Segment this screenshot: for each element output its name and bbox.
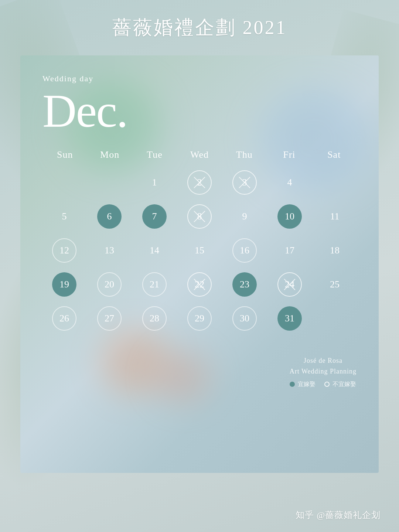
day-cell-15: 15 <box>178 236 221 265</box>
legend-bad-label: 不宜嫁娶 <box>332 381 356 388</box>
day-header-fri: Fri <box>267 149 311 160</box>
calendar-row-5: 26 27 28 29 30 31 <box>42 304 357 333</box>
page-title-area: 薔薇婚禮企劃 2021 <box>0 15 399 41</box>
day-cell-2: 2 <box>178 168 221 197</box>
legend: 宜嫁娶 不宜嫁娶 <box>290 381 357 388</box>
day-cell-empty <box>42 168 86 197</box>
footer-brand: José de Rosa Art Wedding Planning 宜嫁娶 不宜… <box>290 355 357 388</box>
day-cell-24: 24 <box>268 270 311 299</box>
calendar-row-1: 1 2 3 4 <box>42 168 357 197</box>
day-cell-10: 10 <box>268 202 311 231</box>
day-cell-18: 18 <box>313 236 357 265</box>
legend-good: 宜嫁娶 <box>290 381 316 388</box>
day-header-wed: Wed <box>177 149 222 160</box>
day-header-sun: Sun <box>42 149 87 160</box>
day-cell-25: 25 <box>313 270 357 299</box>
day-cell-3: 3 <box>223 168 266 197</box>
wedding-day-label: Wedding day <box>42 74 357 83</box>
day-cell-31: 31 <box>268 304 311 333</box>
day-cell-29: 29 <box>178 304 221 333</box>
calendar-row-3: 12 13 14 15 16 17 18 <box>42 236 357 265</box>
calendar-row-2: 5 6 7 8 9 10 11 <box>42 202 357 231</box>
calendar-grid: Sun Mon Tue Wed Thu Fri Sat 1 2 3 4 <box>42 149 357 333</box>
day-cell-empty <box>88 168 131 197</box>
brand-line1: José de Rosa Art Wedding Planning <box>290 355 357 377</box>
card-footer: José de Rosa Art Wedding Planning 宜嫁娶 不宜… <box>20 348 379 399</box>
calendar-rows: 1 2 3 4 5 6 7 8 9 10 11 12 <box>42 168 357 333</box>
page-title: 薔薇婚禮企劃 2021 <box>0 15 399 41</box>
day-cell-19: 19 <box>42 270 86 299</box>
card-content: Wedding day Dec. Sun Mon Tue Wed Thu Fri… <box>20 55 379 348</box>
day-headers: Sun Mon Tue Wed Thu Fri Sat <box>42 149 357 160</box>
day-cell-8: 8 <box>178 202 221 231</box>
month-title: Dec. <box>42 87 357 134</box>
day-cell-13: 13 <box>88 236 131 265</box>
legend-good-label: 宜嫁娶 <box>298 381 316 388</box>
day-header-mon: Mon <box>87 149 132 160</box>
day-cell-11: 11 <box>313 202 357 231</box>
legend-dot-bad <box>324 382 330 387</box>
day-cell-30: 30 <box>223 304 266 333</box>
legend-bad: 不宜嫁娶 <box>324 381 356 388</box>
day-header-thu: Thu <box>222 149 267 160</box>
day-cell-28: 28 <box>133 304 176 333</box>
legend-dot-good <box>290 382 295 387</box>
day-cell-14: 14 <box>133 236 176 265</box>
day-header-sat: Sat <box>312 149 357 160</box>
day-cell-26: 26 <box>42 304 86 333</box>
calendar-card: Wedding day Dec. Sun Mon Tue Wed Thu Fri… <box>20 55 379 473</box>
day-cell-16: 16 <box>223 236 266 265</box>
day-cell-27: 27 <box>88 304 131 333</box>
day-header-tue: Tue <box>132 149 177 160</box>
day-cell-22: 22 <box>178 270 221 299</box>
calendar-row-4: 19 20 21 22 23 24 25 <box>42 270 357 299</box>
day-cell-17: 17 <box>268 236 311 265</box>
day-cell-6: 6 <box>88 202 131 231</box>
day-cell-4: 4 <box>268 168 311 197</box>
day-cell-20: 20 <box>88 270 131 299</box>
day-cell-5: 5 <box>42 202 86 231</box>
page-attribution: 知乎 @薔薇婚礼企划 <box>296 509 381 521</box>
day-cell-empty-end <box>313 304 357 333</box>
day-cell-7: 7 <box>133 202 176 231</box>
day-cell-23: 23 <box>223 270 266 299</box>
day-cell-12: 12 <box>42 236 86 265</box>
day-cell-9: 9 <box>223 202 266 231</box>
day-cell-1: 1 <box>133 168 176 197</box>
day-cell-21: 21 <box>133 270 176 299</box>
